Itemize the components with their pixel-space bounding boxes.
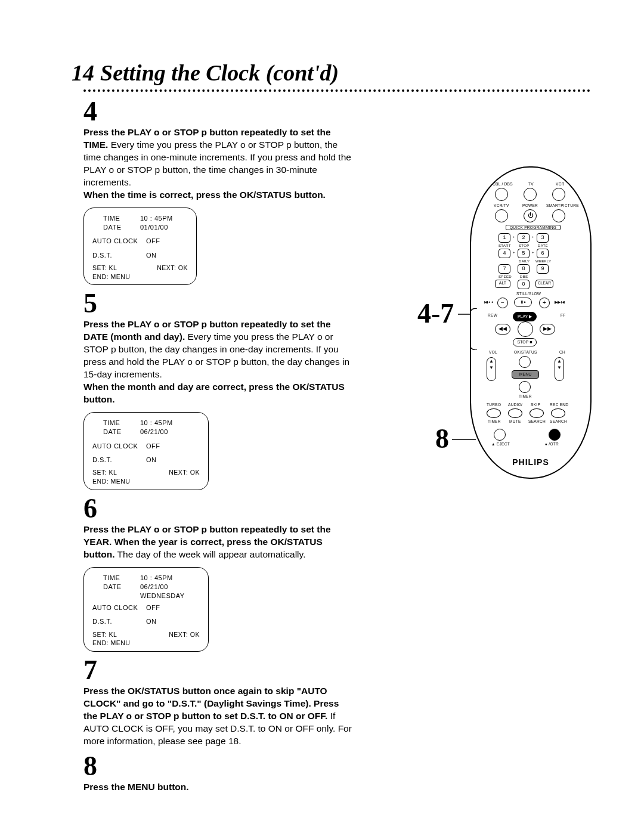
step-number-7: 7	[83, 657, 352, 684]
osd-screen-4: TIME10 : 45PM DATE01/01/00 AUTO CLOCKOFF…	[83, 208, 197, 286]
vcr-button	[552, 188, 565, 201]
recend-search-button	[551, 408, 565, 418]
step-number-4: 4	[83, 98, 352, 125]
ok-status-button	[519, 356, 531, 368]
transport-center	[518, 321, 533, 337]
key-9: 9	[537, 264, 549, 274]
ch-rocker: ▲▼	[555, 357, 564, 381]
osd-screen-6: TIME10 : 45PM DATE06/21/00 WEDNESDAY AUT…	[83, 567, 209, 652]
menu-button: MENU	[512, 370, 539, 379]
turbo-timer-button	[487, 408, 501, 418]
step-8-text: Press the MENU button.	[83, 781, 352, 794]
step-5-text: Press the PLAY o or STOP p button repeat…	[83, 318, 352, 405]
step-number-5: 5	[83, 290, 352, 317]
step-6-text: Press the PLAY o or STOP p button repeat…	[83, 524, 352, 561]
osd-screen-5: TIME10 : 45PM DATE06/21/00 AUTO CLOCKOFF…	[83, 412, 209, 490]
callout-8: 8	[435, 423, 449, 454]
eject-button	[494, 429, 506, 441]
audio-mute-button	[508, 408, 522, 418]
step-number-6: 6	[83, 495, 352, 522]
key-2: 2	[518, 233, 530, 243]
cbl-dbs-button	[495, 188, 508, 201]
stop-button: STOP ■	[513, 338, 537, 346]
still-slow-button: ⏸▶	[514, 298, 532, 307]
tv-button	[524, 188, 537, 201]
power-button: ⏻	[524, 209, 537, 222]
title-divider	[83, 89, 590, 92]
smartpicture-button	[552, 209, 565, 222]
key-3: 3	[537, 233, 549, 243]
key-alt: ALT	[495, 280, 510, 288]
key-clear: CLEAR	[535, 280, 553, 288]
key-5: 5	[518, 249, 530, 258]
key-0: 0	[518, 280, 530, 289]
key-1: 1	[499, 233, 510, 243]
key-4: 4	[499, 249, 510, 258]
plus-button: +	[539, 298, 550, 308]
play-button: PLAY ▶	[513, 312, 537, 321]
key-6: 6	[537, 249, 549, 258]
step-7-text: Press the OK/STATUS button once again to…	[83, 685, 352, 748]
rew-button: ◀◀	[495, 324, 510, 335]
minus-button: −	[497, 298, 508, 308]
key-7: 7	[499, 264, 510, 274]
vol-rocker: ▲▼	[487, 357, 496, 381]
page-number: 14	[72, 60, 94, 86]
timer-center-button	[519, 381, 531, 393]
remote-control-diagram: CBL / DBS TV VCR VCR/TV POWER SMARTPICTU…	[470, 166, 589, 476]
skip-search-button	[530, 408, 544, 418]
step-4-text: Press the PLAY o or STOP p button repeat…	[83, 126, 352, 202]
vcr-tv-button	[495, 209, 508, 222]
brand-label: PHILIPS	[471, 457, 590, 467]
otr-button	[549, 429, 561, 441]
callout-4-7: 4-7	[417, 298, 454, 329]
page-title: Setting the Clock (cont'd)	[100, 60, 339, 86]
ff-button: ▶▶	[540, 324, 555, 335]
step-number-8: 8	[83, 753, 352, 780]
key-8: 8	[518, 264, 530, 274]
